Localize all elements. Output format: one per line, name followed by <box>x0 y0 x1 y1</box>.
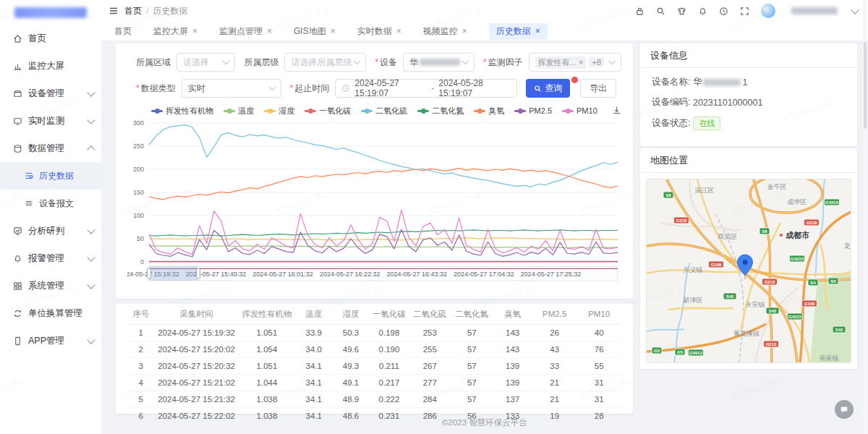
sidebar-item-realtime-monitor[interactable]: 实时监测 <box>0 107 101 135</box>
svg-text:成华区: 成华区 <box>788 198 807 205</box>
legend-item-二氧化硫[interactable]: 二氧化硫 <box>361 106 407 116</box>
sidebar-item-monitor-screen[interactable]: 监控大屏 <box>0 52 101 80</box>
datazoom-handle[interactable] <box>148 268 151 278</box>
sidebar-item-device-message[interactable]: 设备报文 <box>0 190 101 217</box>
svg-text:50: 50 <box>137 235 144 242</box>
tab-realtime-data[interactable]: 实时数据× <box>357 25 401 38</box>
city-marker <box>779 233 783 237</box>
scrollbar-thumb[interactable] <box>864 42 867 129</box>
tab-station-mgmt[interactable]: 监测点管理× <box>219 25 272 38</box>
breadcrumb-home[interactable]: 首页 <box>124 5 142 17</box>
svg-text:兴义镇: 兴义镇 <box>684 266 703 273</box>
clock-icon[interactable] <box>719 7 728 16</box>
road-badge-label: G318 <box>676 218 687 223</box>
column-header: PM10 <box>576 304 621 325</box>
app-logo-blurred <box>14 7 87 18</box>
close-icon[interactable]: × <box>462 26 467 36</box>
region-select[interactable]: 请选择 <box>176 53 235 72</box>
close-icon[interactable]: × <box>535 26 540 36</box>
map-location-card: 地图位置 <box>640 148 857 369</box>
table-row: 52024-05-27 15:21:321.03834.148.90.22228… <box>127 391 621 408</box>
datazoom-handle[interactable] <box>197 268 200 278</box>
datazoom-window[interactable] <box>149 266 198 281</box>
sidebar-item-data-mgmt[interactable]: 数据管理 <box>0 135 101 162</box>
legend-item-挥发性有机物[interactable]: 挥发性有机物 <box>151 106 213 116</box>
datatype-select[interactable]: 实时 <box>182 79 281 98</box>
column-header: 挥发性有机物 <box>239 304 296 325</box>
sidebar-item-analysis[interactable]: 分析研判 <box>0 217 101 244</box>
top-bar: 首页 / 历史数据 <box>101 0 868 22</box>
sidebar-item-app-mgmt[interactable]: APP管理 <box>0 327 101 354</box>
legend-item-湿度[interactable]: 湿度 <box>264 106 294 116</box>
svg-text:金牛区: 金牛区 <box>767 183 787 190</box>
road-badge-label: G318 <box>807 221 817 225</box>
sidebar-item-device-mgmt[interactable]: 设备管理 <box>0 80 101 107</box>
legend-item-一氧化碳[interactable]: 一氧化碳 <box>305 106 351 116</box>
page-scrollbar[interactable] <box>863 0 867 434</box>
column-header: 温度 <box>295 304 332 325</box>
column-header: 一氧化碳 <box>370 304 409 325</box>
bell-icon <box>13 254 22 263</box>
bell-icon[interactable] <box>698 7 707 16</box>
datetime-range-picker[interactable]: 2024-05-27 15:19:07 - 2024-05-28 15:19:0… <box>335 79 517 98</box>
legend-item-PM10[interactable]: PM10 <box>562 106 597 115</box>
close-icon[interactable]: × <box>396 26 401 36</box>
close-icon[interactable]: × <box>267 26 272 36</box>
theme-shirt-icon[interactable] <box>677 7 686 16</box>
fullscreen-icon[interactable] <box>740 7 749 16</box>
factor-label: *监测因子 <box>483 56 523 69</box>
column-header: 序号 <box>127 304 155 325</box>
sidebar-item-system-mgmt[interactable]: 系统管理 <box>0 272 101 299</box>
system-icon <box>13 281 22 291</box>
chevron-down-icon[interactable] <box>851 6 859 14</box>
close-icon[interactable]: × <box>331 26 336 36</box>
device-code: 20231101000001 <box>693 98 762 108</box>
tab-gis-map[interactable]: GIS地图× <box>294 25 336 38</box>
road-badge-label: S5 <box>830 279 836 284</box>
export-button[interactable]: 导出 <box>580 79 616 98</box>
svg-text:150: 150 <box>133 189 144 196</box>
svg-text:0: 0 <box>140 258 144 265</box>
column-header: 采集时间 <box>155 304 239 325</box>
tab-home[interactable]: 首页 <box>114 25 132 38</box>
legend-item-温度[interactable]: 温度 <box>224 106 254 116</box>
history-query-panel: 所属区域 请选择 所属层级 请选择所属层级 *设备 华 *监测因子 挥发性有..… <box>116 43 633 299</box>
level-select[interactable]: 请选择所属层级 <box>284 53 366 72</box>
chat-fab-button[interactable] <box>835 400 854 419</box>
user-avatar[interactable] <box>761 4 775 18</box>
breadcrumb-separator: / <box>146 6 148 16</box>
sidebar-item-history-data[interactable]: 历史数据 <box>0 162 101 190</box>
lock-icon[interactable] <box>635 7 644 16</box>
device-select[interactable]: 华 <box>403 53 475 72</box>
legend-item-臭氧[interactable]: 臭氧 <box>474 106 504 116</box>
search-icon[interactable] <box>656 7 665 16</box>
sidebar-item-home[interactable]: 首页 <box>0 25 101 52</box>
factor-more-tag[interactable]: +8 <box>589 57 604 67</box>
x-axis-label: 2024-05-27 16:01:32 <box>252 271 313 278</box>
close-icon[interactable]: × <box>192 26 197 36</box>
region-label: 所属区域 <box>136 56 171 69</box>
tab-history-data[interactable]: 历史数据× <box>489 23 548 40</box>
start-datetime: 2024-05-27 15:19:07 <box>354 78 427 98</box>
legend-item-二氧化氮[interactable]: 二氧化氮 <box>417 106 464 116</box>
factor-multiselect[interactable]: 挥发性有... × +8 <box>529 53 621 72</box>
map-canvas[interactable]: S8G318G4215G318S6G4215G108G213S4S5S42G10… <box>646 179 851 363</box>
hamburger-menu-icon[interactable] <box>109 6 119 16</box>
chevron-down-icon <box>609 58 616 65</box>
legend-item-PM2.5[interactable]: PM2.5 <box>514 106 552 115</box>
sidebar-item-alarm-mgmt[interactable]: 报警管理 <box>0 244 101 272</box>
download-icon[interactable] <box>612 106 621 116</box>
timerange-label: *起止时间 <box>290 82 330 95</box>
city-label: 成都市 <box>785 231 809 239</box>
query-button[interactable]: 查询 <box>526 79 570 98</box>
factor-tag[interactable]: 挥发性有... × <box>535 56 587 69</box>
tab-video-monitor[interactable]: 视频监控× <box>423 25 467 38</box>
history-line-chart[interactable]: 0501001502002503002024-05-27 15:19:32202… <box>127 117 621 286</box>
svg-text:100: 100 <box>133 212 144 219</box>
chevron-down-icon <box>354 58 361 65</box>
username-blurred <box>791 7 838 14</box>
tab-monitor-screen[interactable]: 监控大屏× <box>153 25 197 38</box>
sidebar-item-unit-conversion[interactable]: 单位换算管理 <box>0 299 101 327</box>
road-badge-label: G5 <box>677 350 684 354</box>
road-badge-label: S4 <box>810 281 816 285</box>
